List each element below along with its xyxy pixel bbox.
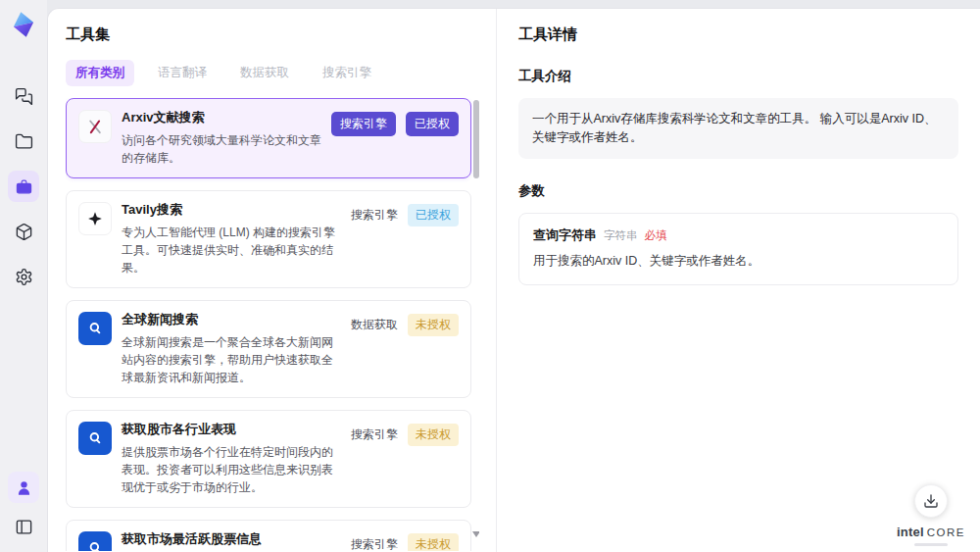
tool-detail-panel: 工具详情 工具介绍 一个用于从Arxiv存储库搜索科学论文和文章的工具。 输入可… [496, 9, 980, 552]
status-badge: 已授权 [406, 112, 459, 136]
footer-widget: intelCORE [894, 484, 968, 546]
page-title: 工具集 [66, 25, 496, 44]
param-required-flag: 必填 [645, 228, 667, 243]
tool-name: Tavily搜索 [122, 202, 341, 219]
status-badge: 未授权 [408, 424, 459, 446]
app-root: 工具集 所有类别 语言翻译 数据获取 搜索引擎 A [0, 0, 980, 552]
arxiv-icon [78, 110, 112, 143]
detail-title: 工具详情 [518, 25, 958, 44]
category-label: 搜索引擎 [351, 424, 398, 443]
download-icon [923, 493, 939, 509]
list-scrollbar [472, 98, 479, 551]
intel-core-logo: intelCORE [897, 523, 965, 540]
tool-name: 获取市场最活跃股票信息 [122, 531, 341, 548]
param-card: 查询字符串 字符串 必填 用于搜索的Arxiv ID、关键字或作者姓名。 [518, 213, 958, 285]
category-badge: 搜索引擎 [331, 112, 396, 136]
tab-data-fetch[interactable]: 数据获取 [230, 60, 299, 86]
tool-list: Arxiv文献搜索 访问各个研究领域大量科学论文和文章的存储库。 搜索引擎 已授… [66, 98, 479, 551]
tool-description: 访问各个研究领域大量科学论文和文章的存储库。 [122, 131, 321, 167]
category-label: 数据获取 [351, 314, 398, 333]
folder-icon[interactable] [8, 125, 39, 157]
rail-nav [8, 80, 39, 292]
tab-search-engine[interactable]: 搜索引擎 [313, 60, 381, 86]
news-search-icon [78, 312, 112, 345]
chat-icon[interactable] [8, 80, 39, 112]
category-label: 搜索引擎 [351, 204, 398, 224]
tab-language-translation[interactable]: 语言翻译 [148, 60, 217, 86]
status-badge: 未授权 [408, 314, 459, 336]
tools-panel: 工具集 所有类别 语言翻译 数据获取 搜索引擎 A [48, 9, 496, 552]
tool-description: 提供股票市场各个行业在特定时间段内的表现。投资者可以利用这些信息来识别表现优于或… [122, 443, 341, 496]
tool-description: 专为人工智能代理 (LLM) 构建的搜索引擎工具。可快速提供实时、准确和真实的结… [122, 224, 341, 276]
briefcase-icon[interactable] [8, 171, 39, 202]
param-name: 查询字符串 [533, 226, 597, 244]
intro-heading: 工具介绍 [518, 68, 958, 85]
param-type: 字符串 [604, 228, 638, 243]
tool-name: Arxiv文献搜索 [122, 110, 321, 126]
tab-all-categories[interactable]: 所有类别 [66, 60, 134, 86]
news-search-icon [78, 422, 112, 455]
tavily-star-icon [78, 202, 112, 235]
scrollbar-thumb[interactable] [473, 100, 479, 178]
user-icon[interactable] [8, 472, 39, 503]
app-logo-icon [9, 10, 38, 39]
left-rail [0, 0, 47, 552]
gear-icon[interactable] [8, 261, 39, 292]
tool-card-sector-performance[interactable]: 获取股市各行业表现 提供股票市场各个行业在特定时间段内的表现。投资者可以利用这些… [66, 410, 471, 508]
tool-card-global-news[interactable]: 全球新闻搜索 全球新闻搜索是一个聚合全球各大新闻网站内容的搜索引擎，帮助用户快速… [66, 300, 471, 398]
category-label: 搜索引擎 [351, 533, 398, 551]
brand-divider [914, 543, 948, 546]
main-surface: 工具集 所有类别 语言翻译 数据获取 搜索引擎 A [47, 8, 980, 552]
tool-card-tavily[interactable]: Tavily搜索 专为人工智能代理 (LLM) 构建的搜索引擎工具。可快速提供实… [66, 190, 471, 288]
tool-card-most-active-stocks[interactable]: 获取市场最活跃股票信息 提供当天交易量最高的股票列表。投资者可以利用这些信息来识… [66, 520, 471, 551]
tool-name: 全球新闻搜索 [122, 312, 341, 328]
rail-bottom [8, 472, 39, 542]
params-heading: 参数 [518, 182, 958, 200]
news-search-icon [78, 531, 112, 551]
download-button[interactable] [914, 484, 948, 518]
tool-name: 获取股市各行业表现 [122, 422, 341, 438]
tool-description: 全球新闻搜索是一个聚合全球各大新闻网站内容的搜索引擎，帮助用户快速获取全球最新资… [122, 333, 341, 386]
tool-intro-text: 一个用于从Arxiv存储库搜索科学论文和文章的工具。 输入可以是Arxiv ID… [518, 98, 958, 159]
panel-toggle-icon[interactable] [8, 511, 39, 542]
param-description: 用于搜索的Arxiv ID、关键字或作者姓名。 [533, 253, 944, 270]
category-tabs: 所有类别 语言翻译 数据获取 搜索引擎 [66, 60, 496, 86]
status-badge: 未授权 [408, 533, 459, 551]
cube-icon[interactable] [8, 216, 39, 247]
status-badge: 已授权 [408, 204, 459, 226]
scrollbar-down-arrow-icon[interactable] [472, 531, 479, 537]
tool-card-arxiv[interactable]: Arxiv文献搜索 访问各个研究领域大量科学论文和文章的存储库。 搜索引擎 已授… [66, 98, 471, 178]
